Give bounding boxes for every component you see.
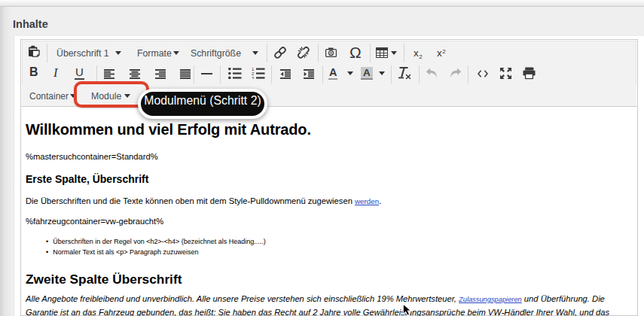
svg-text:3: 3 <box>252 76 255 79</box>
